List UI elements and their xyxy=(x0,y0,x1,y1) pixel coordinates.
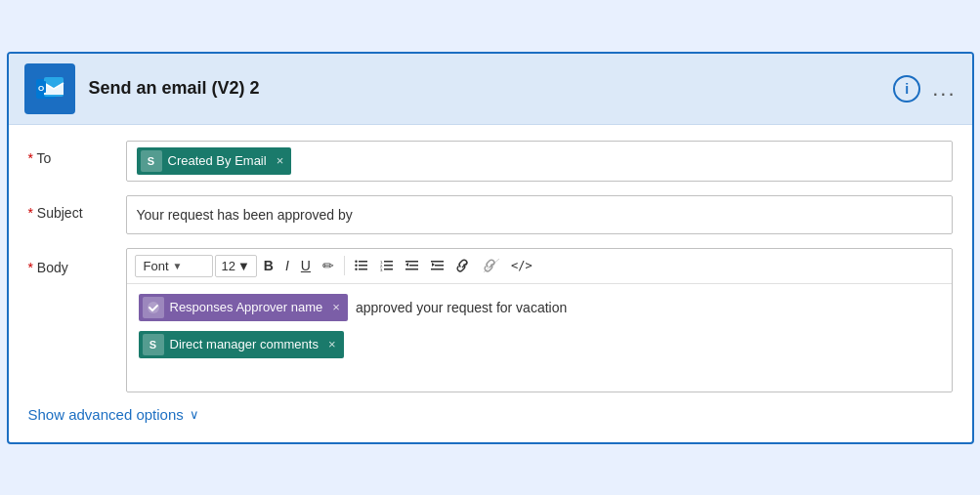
svg-rect-20 xyxy=(431,261,444,263)
link-button[interactable] xyxy=(451,256,477,275)
svg-rect-10 xyxy=(384,261,393,263)
show-advanced-options[interactable]: Show advanced options ∨ xyxy=(28,406,953,423)
body-toolbar: Font ▼ 12 ▼ B I U xyxy=(127,249,952,284)
to-chip-label: Created By Email xyxy=(168,153,267,168)
subject-value: Your request has been approved by xyxy=(137,207,353,223)
unlink-icon xyxy=(484,259,499,272)
indent-in-button[interactable] xyxy=(401,256,424,275)
svg-rect-11 xyxy=(384,265,393,267)
svg-rect-22 xyxy=(431,268,444,270)
email-card: O Send an email (V2) 2 i ... * To S Crea… xyxy=(7,52,974,444)
to-label: * To xyxy=(28,141,126,166)
body-field-row: * Body Font ▼ 12 ▼ B I U xyxy=(28,248,953,392)
svg-marker-19 xyxy=(405,263,408,267)
subject-input[interactable]: Your request has been approved by xyxy=(126,195,953,234)
ol-icon: 1.2.3. xyxy=(380,259,394,272)
approver-chip-close[interactable]: × xyxy=(332,300,340,314)
header-actions: i ... xyxy=(893,75,956,103)
svg-rect-18 xyxy=(405,268,418,270)
underline-button[interactable]: U xyxy=(296,255,316,276)
info-button[interactable]: i xyxy=(893,75,920,103)
indent-in-icon xyxy=(405,259,419,272)
body-editor[interactable]: Responses Approver name × approved your … xyxy=(127,284,952,392)
approver-chip-label: Responses Approver name xyxy=(170,300,323,314)
svg-text:O: O xyxy=(37,84,43,93)
svg-point-8 xyxy=(355,265,357,267)
body-inline-text: approved your request for vacation xyxy=(356,300,567,315)
outlook-icon: O xyxy=(34,73,65,104)
svg-rect-21 xyxy=(435,265,444,267)
indent-out-button[interactable] xyxy=(426,256,449,275)
manager-chip-icon: S xyxy=(143,334,164,355)
to-chip-close[interactable]: × xyxy=(277,153,284,168)
font-size-arrow: ▼ xyxy=(237,259,250,273)
highlight-button[interactable] xyxy=(318,255,339,276)
body-label: * Body xyxy=(28,248,126,275)
font-label: Font xyxy=(144,259,169,273)
code-button[interactable]: </> xyxy=(506,256,537,275)
app-icon: O xyxy=(24,63,75,114)
font-dropdown-arrow: ▼ xyxy=(173,261,183,271)
body-label-text: Body xyxy=(37,260,68,275)
card-body: * To S Created By Email × * Subject Your… xyxy=(9,125,972,442)
svg-marker-23 xyxy=(432,263,435,267)
approver-check-icon xyxy=(147,301,160,314)
show-advanced-label: Show advanced options xyxy=(28,406,184,423)
more-options-button[interactable]: ... xyxy=(932,76,956,102)
to-chip: S Created By Email × xyxy=(137,147,292,175)
bold-button[interactable]: B xyxy=(259,255,278,276)
manager-chip-close[interactable]: × xyxy=(328,337,336,351)
to-label-text: To xyxy=(37,150,52,166)
to-required-star: * xyxy=(28,150,37,166)
body-required-star: * xyxy=(28,260,37,275)
svg-point-9 xyxy=(355,268,357,270)
body-field-wrapper: Font ▼ 12 ▼ B I U xyxy=(126,248,953,392)
unordered-list-button[interactable] xyxy=(350,256,373,275)
svg-text:3.: 3. xyxy=(380,268,383,272)
svg-rect-4 xyxy=(359,261,367,263)
font-size-value: 12 xyxy=(222,259,235,273)
approver-chip-icon xyxy=(143,297,164,318)
manager-chip: S Direct manager comments × xyxy=(139,331,344,358)
subject-field-row: * Subject Your request has been approved… xyxy=(28,195,953,234)
to-chip-icon: S xyxy=(141,150,162,172)
indent-out-icon xyxy=(431,259,445,272)
svg-rect-6 xyxy=(359,268,367,270)
show-advanced-chevron: ∨ xyxy=(190,407,199,422)
highlight-icon xyxy=(322,258,334,273)
ul-icon xyxy=(355,259,368,272)
approver-chip: Responses Approver name × xyxy=(139,294,348,321)
to-input[interactable]: S Created By Email × xyxy=(126,141,953,182)
svg-rect-5 xyxy=(359,265,367,267)
svg-rect-16 xyxy=(405,261,418,263)
unlink-button[interactable] xyxy=(479,256,504,275)
ordered-list-button[interactable]: 1.2.3. xyxy=(375,256,399,275)
body-line-2: S Direct manager comments × xyxy=(139,331,940,358)
svg-point-7 xyxy=(355,261,357,263)
font-size-select[interactable]: 12 ▼ xyxy=(215,255,257,277)
toolbar-sep-1 xyxy=(344,256,345,275)
link-icon xyxy=(456,259,472,272)
svg-line-24 xyxy=(484,259,499,272)
font-select[interactable]: Font ▼ xyxy=(135,255,213,277)
card-header: O Send an email (V2) 2 i ... xyxy=(9,54,972,125)
body-line-1: Responses Approver name × approved your … xyxy=(139,294,940,321)
to-field-row: * To S Created By Email × xyxy=(28,141,953,182)
svg-rect-17 xyxy=(409,265,418,267)
subject-label: * Subject xyxy=(28,195,126,221)
subject-required-star: * xyxy=(28,205,37,221)
card-title: Send an email (V2) 2 xyxy=(89,78,880,99)
svg-rect-12 xyxy=(384,268,393,270)
italic-button[interactable]: I xyxy=(280,255,294,276)
manager-chip-label: Direct manager comments xyxy=(170,337,319,351)
subject-label-text: Subject xyxy=(37,205,83,221)
